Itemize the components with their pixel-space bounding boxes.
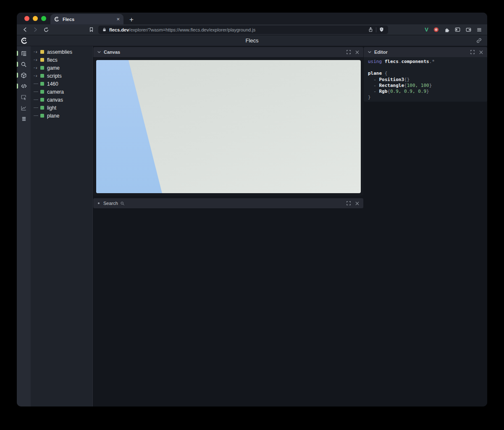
tree-guide-line [34, 84, 40, 84]
tab-title: Flecs [63, 17, 113, 22]
sidebar-item-stats[interactable] [17, 102, 31, 113]
expand-chevron-icon[interactable]: › [34, 66, 40, 70]
tree-item-flecs[interactable]: ›flecs [31, 56, 92, 64]
browser-toolbar: flecs.dev/explorer/?wasm=https://www.fle… [17, 24, 487, 35]
menu-hamburger-icon[interactable] [476, 27, 482, 33]
editor-panel: Editor using flecs.components.* plane { … [364, 47, 487, 102]
search-icon [120, 201, 125, 206]
collapsed-indicator-dot [98, 202, 100, 204]
editor-panel-header[interactable]: Editor [364, 47, 487, 57]
wallet-icon[interactable] [465, 26, 472, 33]
expand-chevron-icon[interactable]: › [34, 50, 40, 54]
entity-color-square [40, 90, 44, 94]
reload-button[interactable] [43, 27, 49, 33]
scene-sky-region [96, 60, 361, 193]
new-tab-button[interactable]: + [129, 16, 134, 23]
close-icon[interactable] [479, 50, 483, 55]
lock-icon [102, 27, 107, 32]
bookmark-icon[interactable] [89, 27, 94, 32]
expand-icon[interactable] [346, 50, 351, 55]
tree-item-assemblies[interactable]: ›assemblies [31, 48, 92, 56]
vue-devtools-extension-icon[interactable]: V [425, 26, 428, 33]
search-panel-title: Search [103, 201, 118, 206]
entity-color-square [40, 50, 44, 54]
tree-item-canvas[interactable]: canvas [31, 96, 92, 104]
close-icon[interactable] [355, 201, 360, 206]
extension-icons: V [425, 26, 482, 33]
tab-close-icon[interactable]: × [116, 16, 120, 22]
active-indicator [17, 51, 18, 56]
window-close-button[interactable] [24, 16, 29, 21]
entity-color-square [40, 114, 44, 118]
tree-item-light[interactable]: light [31, 104, 92, 112]
browser-tab-flecs[interactable]: Flecs × [50, 14, 123, 24]
sidebar-item-entity-tree[interactable] [17, 48, 31, 59]
tree-guide-line [34, 100, 40, 100]
address-bar-divider [376, 27, 376, 32]
expand-icon[interactable] [470, 50, 475, 55]
url-text: flecs.dev/explorer/?wasm=https://www.fle… [109, 27, 365, 32]
code-line: - Position3{} [368, 77, 483, 83]
sidebar-item-inspect[interactable] [17, 92, 31, 102]
tree-item-plane[interactable]: plane [31, 112, 92, 120]
entity-color-square [40, 106, 44, 110]
entity-label: assemblies [47, 49, 72, 55]
scene-render[interactable] [96, 60, 361, 193]
sidebar-item-code[interactable] [17, 81, 31, 92]
sidebar-item-scene[interactable] [17, 70, 31, 81]
brave-shield-icon[interactable] [379, 27, 384, 32]
code-line: } [368, 94, 483, 100]
tree-guide-line [34, 108, 40, 108]
collapse-chevron-icon[interactable] [368, 50, 372, 54]
browser-window: Flecs × + flecs.dev/explorer/?wasm=https… [17, 13, 487, 406]
window-minimize-button[interactable] [33, 16, 38, 21]
canvas-body [93, 57, 363, 196]
extensions-puzzle-icon[interactable] [444, 27, 450, 33]
window-zoom-button[interactable] [41, 16, 46, 21]
code-icon [21, 83, 27, 89]
inspect-icon [21, 94, 27, 100]
entity-label: light [47, 105, 56, 111]
tree-item-camera[interactable]: camera [31, 88, 92, 96]
app-header: Flecs [17, 35, 487, 46]
tree-item-game[interactable]: ›game [31, 64, 92, 72]
red-extension-icon[interactable] [433, 26, 439, 33]
entity-color-square [40, 98, 44, 102]
rows-icon [21, 116, 27, 122]
code-line [368, 65, 483, 71]
address-bar[interactable]: flecs.dev/explorer/?wasm=https://www.fle… [98, 26, 388, 34]
app-content: ›assemblies›flecs›game›scripts1460camera… [17, 46, 487, 406]
page-title: Flecs [17, 37, 487, 44]
entity-color-square [40, 74, 44, 78]
active-indicator [17, 84, 18, 89]
cube-icon [21, 72, 27, 79]
sidebar-toggle-icon[interactable] [454, 26, 461, 33]
entity-label: camera [47, 89, 64, 95]
close-icon[interactable] [355, 50, 360, 55]
tab-bar: Flecs × + [17, 13, 487, 24]
share-icon[interactable] [368, 27, 373, 32]
editor-panel-title: Editor [374, 50, 388, 55]
active-indicator [17, 73, 18, 78]
expand-chevron-icon[interactable]: › [34, 73, 40, 78]
main-area: Canvas Search [93, 46, 487, 406]
code-editor[interactable]: using flecs.components.* plane { - Posit… [364, 57, 487, 102]
entity-label: scripts [47, 73, 62, 79]
canvas-panel-title: Canvas [104, 50, 120, 55]
search-panel-header[interactable]: Search [93, 198, 363, 208]
sidebar-item-tables[interactable] [17, 113, 31, 124]
tool-sidebar [17, 46, 31, 406]
expand-icon[interactable] [346, 201, 351, 206]
expand-chevron-icon[interactable]: › [34, 58, 40, 62]
sidebar-item-query[interactable] [17, 59, 31, 70]
tree-item-1460[interactable]: 1460 [31, 80, 92, 88]
back-button[interactable] [22, 27, 28, 32]
collapse-chevron-icon[interactable] [97, 50, 101, 54]
tree-item-scripts[interactable]: ›scripts [31, 72, 92, 80]
code-line: - Rectangle{100, 100} [368, 83, 483, 89]
tree-guide-line [34, 92, 40, 92]
tree-guide-line [34, 115, 40, 116]
forward-button[interactable] [33, 27, 38, 32]
canvas-panel-header[interactable]: Canvas [93, 47, 363, 57]
code-line: using flecs.components.* [368, 59, 483, 65]
